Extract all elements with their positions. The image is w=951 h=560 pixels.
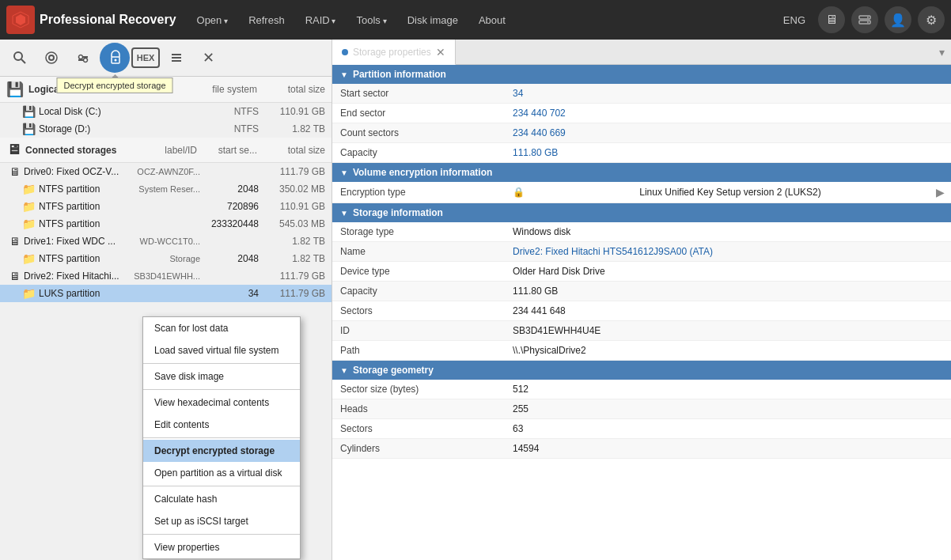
ctx-view-hex[interactable]: View hexadecimal contents — [143, 392, 300, 414]
partition-icon: 📁 — [22, 218, 36, 230]
storage-icon-btn[interactable] — [851, 6, 878, 33]
section-partition-info: ▼ Partition information — [332, 65, 951, 84]
disk-icon: 💾 — [22, 105, 36, 118]
options-btn[interactable] — [36, 43, 66, 73]
ctx-separator-3 — [143, 437, 300, 438]
hex-btn[interactable]: HEX — [131, 47, 160, 68]
settings-icon-btn[interactable]: ⚙ — [918, 6, 945, 33]
ctx-decrypt-storage[interactable]: Decrypt encrypted storage — [143, 440, 300, 462]
menu-open[interactable]: Open — [189, 9, 237, 31]
menu-raid[interactable]: RAID — [297, 9, 344, 31]
props-row: Capacity 111.80 GB — [332, 282, 951, 301]
ctx-scan-lost-data[interactable]: Scan for lost data — [143, 317, 300, 339]
props-row: ID SB3D41EWHH4U4E — [332, 321, 951, 341]
menu-refresh[interactable]: Refresh — [241, 9, 293, 31]
svg-point-8 — [49, 55, 54, 60]
section-encryption-info: ▼ Volume encryption information — [332, 163, 951, 182]
user-icon-btn[interactable]: 👤 — [885, 6, 911, 33]
section-title: Volume encryption information — [353, 167, 492, 178]
enc-icon: 🔒 — [513, 187, 525, 198]
ctx-edit-contents[interactable]: Edit contents — [143, 414, 300, 436]
partition-icon: 📁 — [22, 252, 36, 265]
main-area: Decrypt encrypted storage HEX ✕ 💾 Logica… — [0, 40, 951, 560]
svg-point-15 — [115, 59, 117, 62]
luks-icon: 📁 — [22, 287, 36, 300]
props-row: Capacity 111.80 GB — [332, 143, 951, 163]
tab-storage-properties[interactable]: Storage properties ✕ — [332, 40, 456, 65]
props-row: Start sector 34 — [332, 84, 951, 104]
section-toggle-icon[interactable]: ▼ — [340, 209, 348, 218]
props-row: Storage type Windows disk — [332, 222, 951, 242]
menu-diskimage[interactable]: Disk image — [400, 9, 466, 31]
section-toggle-icon[interactable]: ▼ — [340, 70, 348, 79]
tab-close-icon[interactable]: ✕ — [436, 46, 445, 59]
ctx-iscsi[interactable]: Set up as iSCSI target — [143, 510, 300, 532]
screen-icon-btn[interactable]: 🖥 — [818, 6, 845, 33]
list-item[interactable]: 💾 Storage (D:) NTFS 1.82 TB — [0, 120, 332, 138]
arrow-right-icon[interactable]: ▶ — [936, 186, 945, 199]
logical-disks-header: 💾 Logical disks file system total size — [0, 77, 332, 103]
list-item[interactable]: 📁 NTFS partition 720896 110.91 GB — [0, 198, 332, 215]
titlebar: Professional Recovery Open Refresh RAID … — [0, 0, 951, 40]
svg-point-13 — [84, 59, 88, 62]
section-title: Storage geometry — [353, 365, 434, 376]
list-item[interactable]: 💾 Local Disk (C:) NTFS 110.91 GB — [0, 103, 332, 120]
menu-tools[interactable]: Tools — [349, 9, 395, 31]
ctx-save-disk-image[interactable]: Save disk image — [143, 365, 300, 388]
ctx-separator-1 — [143, 363, 300, 364]
section-toggle-icon[interactable]: ▼ — [340, 168, 348, 177]
props-row: Heads 255 — [332, 399, 951, 419]
drive-icon: 🖥 — [9, 165, 21, 178]
tabs-bar: Storage properties ✕ ▾ — [332, 40, 951, 65]
ctx-separator-4 — [143, 486, 300, 486]
context-menu: Scan for lost data Load saved virtual fi… — [142, 316, 301, 559]
decrypt-btn[interactable]: Decrypt encrypted storage — [100, 43, 130, 73]
props-row: End sector 234 440 702 — [332, 104, 951, 123]
list-item[interactable]: 🖥 Drive2: Fixed Hitachi... SB3D41EWHH...… — [0, 267, 332, 285]
ctx-calculate-hash[interactable]: Calculate hash — [143, 488, 300, 510]
enc-value: Linux Unified Key Setup version 2 (LUKS2… — [639, 187, 820, 198]
list-item[interactable]: 📁 NTFS partition System Reser... 2048 35… — [0, 180, 332, 198]
props-row: Name Drive2: Fixed Hitachi HTS541612J9SA… — [332, 242, 951, 262]
ctx-separator-2 — [143, 389, 300, 390]
close-btn[interactable]: ✕ — [193, 43, 223, 73]
tools-btn[interactable] — [68, 43, 98, 73]
tabs-dropdown-btn[interactable]: ▾ — [939, 46, 951, 59]
app-logo — [6, 6, 35, 34]
list-item[interactable]: 🖥 Drive0: Fixed OCZ-V... OCZ-AWNZ0F... 1… — [0, 163, 332, 180]
luks-partition-item[interactable]: 📁 LUKS partition 34 111.79 GB — [0, 285, 332, 302]
right-panel: Storage properties ✕ ▾ ▼ Partition infor… — [332, 40, 951, 560]
ctx-view-properties[interactable]: View properties — [143, 536, 300, 558]
props-row: Cylinders 14594 — [332, 439, 951, 459]
search-btn[interactable] — [5, 43, 35, 73]
section-toggle-icon[interactable]: ▼ — [340, 366, 348, 375]
partition-icon: 📁 — [22, 200, 36, 213]
svg-point-12 — [79, 55, 83, 59]
partition-icon: 📁 — [22, 183, 36, 195]
ctx-separator-5 — [143, 534, 300, 535]
props-row: Device type Older Hard Disk Drive — [332, 262, 951, 282]
svg-point-9 — [46, 52, 57, 63]
toolbar: Decrypt encrypted storage HEX ✕ — [0, 40, 332, 77]
list-item[interactable]: 🖥 Drive1: Fixed WDC ... WD-WCC1T0... 1.8… — [0, 233, 332, 250]
svg-point-6 — [14, 52, 22, 60]
ctx-load-virtual-fs[interactable]: Load saved virtual file system — [143, 339, 300, 361]
menu-about[interactable]: About — [471, 9, 513, 31]
props-row: Encryption type 🔒 Linux Unified Key Setu… — [332, 182, 951, 203]
props-row: Sectors 234 441 648 — [332, 301, 951, 321]
list-item[interactable]: 📁 NTFS partition 233320448 545.03 MB — [0, 215, 332, 233]
list-item[interactable]: 📁 NTFS partition Storage 2048 1.82 TB — [0, 250, 332, 267]
list-btn[interactable] — [161, 43, 191, 73]
connected-storages-header: 🖥 Connected storages label/ID start se..… — [0, 138, 332, 163]
props-row: Path \\.\PhysicalDrive2 — [332, 341, 951, 361]
props-row: Sector size (bytes) 512 — [332, 380, 951, 399]
drive-icon: 🖥 — [9, 235, 21, 248]
tab-dot — [342, 49, 348, 55]
ctx-open-virtual-disk[interactable]: Open partition as a virtual disk — [143, 462, 300, 484]
section-title: Storage information — [353, 207, 443, 218]
svg-point-4 — [867, 17, 869, 18]
lang-button[interactable]: ENG — [777, 11, 812, 29]
svg-line-7 — [21, 59, 25, 63]
titlebar-right: ENG 🖥 👤 ⚙ — [777, 6, 945, 33]
svg-point-5 — [867, 21, 869, 23]
